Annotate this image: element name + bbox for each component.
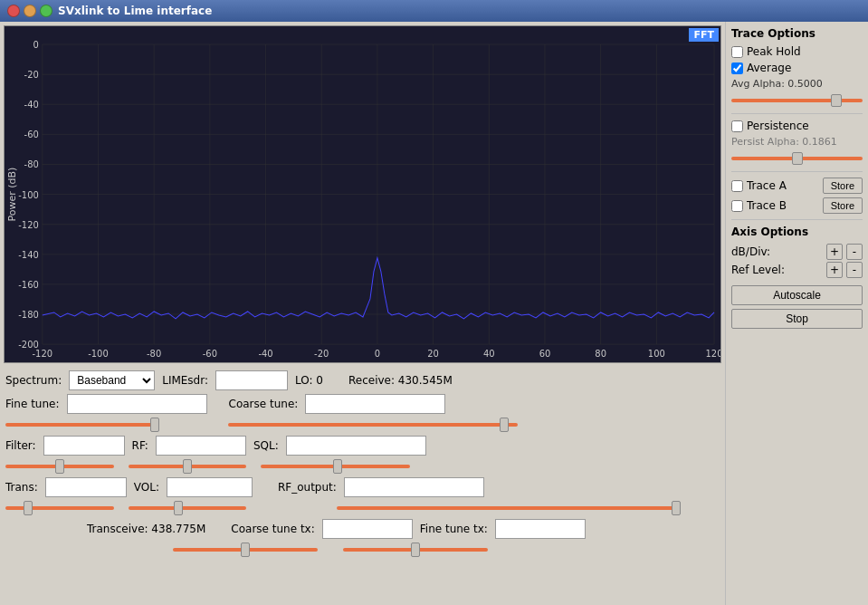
row-spectrum: Spectrum: Baseband LIMEsdr: 430.545M LO:… (5, 370, 720, 390)
coarse-tune-input[interactable]: 0 (305, 394, 445, 414)
divider1 (731, 113, 863, 114)
spectrum-panel: FFT Power (dB) 0 -20 -40 -60 -80 -100 -1… (0, 22, 725, 605)
sql-input[interactable]: -42 (286, 436, 426, 456)
trace-a-checkbox[interactable] (731, 180, 743, 192)
svg-text:-20: -20 (314, 349, 329, 359)
svg-text:-140: -140 (18, 250, 39, 260)
rf-output-label: RF_output: (278, 481, 337, 494)
row-trans: Trans: 1.5k VOL: 400m RF_output: 1 (5, 477, 720, 497)
trans-label: Trans: (5, 481, 38, 494)
filter-input[interactable]: 20k (43, 436, 125, 456)
store-b-button[interactable]: Store (823, 197, 863, 214)
window-controls[interactable] (7, 5, 52, 17)
svg-text:-100: -100 (18, 190, 39, 200)
trace-a-row: Trace A Store (731, 178, 863, 194)
svg-text:40: 40 (483, 349, 495, 359)
maximize-button[interactable] (40, 5, 52, 17)
fft-badge: FFT (689, 28, 719, 42)
filter-slider[interactable] (5, 459, 114, 474)
rf-slider[interactable] (129, 459, 246, 474)
axis-options-title: Axis Options (731, 226, 863, 238)
svg-text:0: 0 (375, 349, 380, 359)
right-panel: Trace Options Peak Hold Average Avg Alph… (725, 22, 868, 605)
trace-b-label: Trace B (747, 199, 819, 212)
window-title: SVxlink to Lime interface (58, 5, 212, 17)
controls-area: Spectrum: Baseband LIMEsdr: 430.545M LO:… (0, 367, 725, 561)
close-button[interactable] (7, 5, 20, 17)
avg-alpha-slider[interactable] (731, 93, 863, 108)
coarse-tune-slider-container[interactable] (228, 418, 518, 432)
fine-tune-slider-container[interactable] (5, 418, 159, 432)
svg-text:0: 0 (33, 40, 38, 50)
svg-text:Power (dB): Power (dB) (6, 168, 18, 222)
row-filter: Filter: 20k RF: 20 SQL: -42 (5, 436, 720, 456)
trans-slider[interactable] (5, 501, 114, 515)
vol-label: VOL: (134, 481, 159, 494)
fine-tune-tx-input[interactable]: 0 (495, 519, 586, 539)
average-label: Average (747, 62, 791, 74)
persistence-row[interactable]: Persistence (731, 120, 863, 132)
rf-input[interactable]: 20 (156, 436, 246, 456)
spectrum-select[interactable]: Baseband (69, 370, 155, 390)
svg-text:-180: -180 (18, 310, 39, 320)
row-trans-sliders (5, 501, 720, 515)
divider2 (731, 171, 863, 172)
transceive-label: Transceive: 438.775M (87, 523, 205, 535)
svg-text:-160: -160 (18, 280, 39, 290)
row-fine-tune: Fine tune: 0 Coarse tune: 0 (5, 394, 720, 414)
spectrum-label: Spectrum: (5, 374, 62, 387)
ref-level-minus[interactable]: - (846, 262, 863, 278)
vol-slider[interactable] (129, 501, 246, 515)
peak-hold-row[interactable]: Peak Hold (731, 45, 863, 58)
store-a-button[interactable]: Store (823, 178, 863, 194)
svg-text:-60: -60 (24, 130, 39, 139)
row-transceive: Transceive: 438.775M Coarse tune tx: 0 F… (5, 519, 720, 539)
rf-output-slider[interactable] (337, 501, 681, 515)
svg-text:-120: -120 (18, 220, 39, 230)
persist-alpha-slider[interactable] (731, 151, 863, 166)
filter-label: Filter: (5, 439, 36, 452)
db-div-minus[interactable]: - (846, 244, 863, 260)
svg-text:-80: -80 (147, 349, 161, 359)
avg-alpha-label: Avg Alpha: 0.5000 (731, 78, 863, 90)
average-row[interactable]: Average (731, 62, 863, 74)
vol-input[interactable]: 400m (167, 477, 253, 497)
limesdr-input[interactable]: 430.545M (215, 370, 288, 390)
coarse-tune-tx-input[interactable]: 0 (322, 519, 413, 539)
axis-section: dB/Div: + - Ref Level: + - (731, 244, 863, 280)
svg-text:-60: -60 (203, 349, 217, 359)
chart-container: FFT Power (dB) 0 -20 -40 -60 -80 -100 -1… (4, 25, 721, 363)
db-div-row: dB/Div: + - (731, 244, 863, 260)
svg-text:100: 100 (648, 349, 665, 359)
autoscale-button[interactable]: Autoscale (731, 285, 863, 305)
fine-tune-input[interactable]: 0 (67, 394, 207, 414)
row-filter-sliders (5, 459, 720, 474)
row-fine-tune-slider (5, 418, 720, 432)
rf-output-input[interactable]: 1 (344, 477, 484, 497)
ref-level-plus[interactable]: + (826, 262, 843, 278)
svg-text:-120: -120 (32, 349, 52, 359)
main-area: FFT Power (dB) 0 -20 -40 -60 -80 -100 -1… (0, 22, 868, 605)
peak-hold-checkbox[interactable] (731, 46, 743, 58)
fine-tune-tx-slider[interactable] (343, 543, 488, 557)
limesdr-label: LIMEsdr: (162, 374, 208, 387)
divider3 (731, 219, 863, 220)
db-div-plus[interactable]: + (826, 244, 843, 260)
svg-text:80: 80 (595, 349, 606, 359)
row-tx-sliders (5, 543, 720, 557)
coarse-tune-tx-slider[interactable] (173, 543, 318, 557)
svg-text:-20: -20 (24, 70, 39, 80)
minimize-button[interactable] (24, 5, 36, 17)
ref-level-row: Ref Level: + - (731, 262, 863, 278)
svg-text:60: 60 (539, 349, 551, 359)
spectrum-chart: Power (dB) 0 -20 -40 -60 -80 -100 -120 -… (5, 26, 720, 362)
persistence-checkbox[interactable] (731, 120, 743, 132)
trans-input[interactable]: 1.5k (45, 477, 127, 497)
sql-slider[interactable] (261, 459, 410, 474)
trace-a-label: Trace A (747, 179, 819, 192)
trace-options-title: Trace Options (731, 27, 863, 40)
stop-button[interactable]: Stop (731, 309, 863, 329)
trace-b-checkbox[interactable] (731, 200, 743, 212)
average-checkbox[interactable] (731, 62, 743, 74)
svg-text:-40: -40 (24, 100, 39, 110)
